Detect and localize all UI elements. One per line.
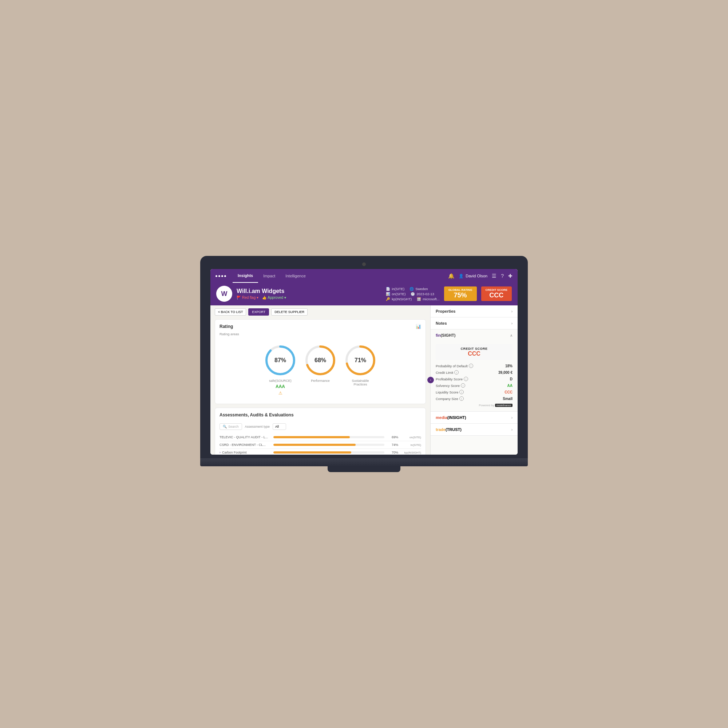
assess-bar-1 xyxy=(273,444,356,446)
modefinance-badge: modefinance xyxy=(495,404,512,407)
meta-row-2: 📊 on(SITE) 🕐 2023-02-13 xyxy=(386,292,439,296)
app-logo xyxy=(216,275,226,277)
search-input[interactable]: 🔍 Search xyxy=(219,423,242,430)
properties-title: Properties xyxy=(436,309,455,314)
media-text: media xyxy=(436,415,447,420)
file-icon: 📄 xyxy=(386,287,390,291)
assess-bar-0 xyxy=(273,436,350,438)
cs-mini-label: CREDIT SCORE xyxy=(439,347,509,350)
tab-intelligence[interactable]: Intelligence xyxy=(280,269,311,283)
finsight-header[interactable]: fin(SIGHT) ∧ xyxy=(431,329,518,341)
red-flag-badge[interactable]: 🚩 Red flag ▾ xyxy=(237,295,258,300)
meta-row-3: 🔑 kp(INSIGHT) 🪟 microsoft... xyxy=(386,297,439,301)
info-icon-0[interactable]: i xyxy=(469,364,473,368)
info-icon-1[interactable]: i xyxy=(454,370,459,375)
assess-pct-0: 69% xyxy=(387,435,398,439)
user-name: David Olson xyxy=(466,274,487,278)
finsight-chevron: ∧ xyxy=(510,333,512,337)
assessments-section: Assessments, Audits & Evaluations 🔍 Sear… xyxy=(215,408,426,455)
properties-header[interactable]: Properties › xyxy=(431,305,518,317)
insight-text: (INSIGHT) xyxy=(447,415,466,420)
notes-chevron: › xyxy=(511,321,512,326)
tab-insights[interactable]: Insights xyxy=(232,269,258,283)
rating-circle-safesource: 87% safe(SOURCE) AAA ⚠ xyxy=(264,344,297,396)
bell-icon[interactable]: 🔔 xyxy=(448,273,454,279)
notes-header[interactable]: Notes › xyxy=(431,317,518,329)
circle-sustainable-wrapper: 71% xyxy=(344,344,377,377)
trade-section[interactable]: trade(TRUST) › xyxy=(431,424,518,436)
assess-source-1: in(SITE) xyxy=(401,444,421,447)
assessment-type-label: Assessment type xyxy=(245,425,270,428)
assess-source-0: on(SITE) xyxy=(401,436,421,439)
expand-icon[interactable]: › xyxy=(219,451,220,454)
circle-performance-wrapper: 68% xyxy=(304,344,337,377)
metric-label-0: Probability of Default i xyxy=(436,364,473,368)
metric-value-2: D xyxy=(510,377,512,381)
info-icon-3[interactable]: i xyxy=(461,383,465,388)
trust-text: (TRUST) xyxy=(445,427,462,432)
metric-value-3: AA xyxy=(508,384,512,388)
cs-mini-value: CCC xyxy=(439,350,509,357)
flag-icon: 🚩 xyxy=(237,295,241,300)
tab-impact[interactable]: Impact xyxy=(258,269,280,283)
assessment-type-filter[interactable]: All xyxy=(273,423,286,430)
collapse-arrow[interactable]: › xyxy=(427,377,434,383)
user-menu[interactable]: 👤 David Olson xyxy=(459,274,487,278)
trade-chevron: › xyxy=(511,428,512,432)
supplier-avatar: W xyxy=(216,286,232,302)
metric-value-4: CCC xyxy=(505,390,512,394)
laptop-screen: Insights Impact Intelligence 🔔 👤 David O… xyxy=(210,269,518,455)
top-nav: Insights Impact Intelligence 🔔 👤 David O… xyxy=(210,269,518,283)
performance-label: Performance xyxy=(311,379,330,382)
rating-section: Rating 📊 Rating areas xyxy=(215,319,426,404)
supplier-meta: 📄 in(SITE) 🌐 Sweden 📊 on(SITE) xyxy=(386,287,439,301)
globe-icon: 🌐 xyxy=(410,287,414,291)
assess-name-1: CSRD - ENVIRONMENT - CL... xyxy=(219,443,271,447)
sight-text: (SIGHT) xyxy=(440,333,455,337)
clock-icon: 🕐 xyxy=(411,292,415,296)
help-icon[interactable]: ? xyxy=(501,273,504,279)
metric-label-2: Profitability Score i xyxy=(436,377,468,381)
metric-row-4: Liquidity Score i CCC xyxy=(436,390,512,394)
circle-sustainable-text: 71% xyxy=(355,357,366,364)
supplier-name: Will.i.am Widgets xyxy=(237,288,381,294)
main-content: < BACK TO LIST EXPORT DELETE SUPPLIER Ra… xyxy=(210,305,518,455)
assess-name-2: › Carbon Footprint xyxy=(219,451,271,454)
sustainable-pct: 71% xyxy=(355,357,366,364)
meta-sweden: 🌐 Sweden xyxy=(410,287,428,291)
menu-icon[interactable]: ☰ xyxy=(492,273,497,279)
fin-text: fin xyxy=(436,333,440,337)
supplier-badges: 🚩 Red flag ▾ 👍 Approved ▾ xyxy=(237,295,381,300)
assess-row-0: TELEVIC - QUALITY AUDIT - L... 69% on(SI… xyxy=(219,434,421,441)
back-to-list-button[interactable]: < BACK TO LIST xyxy=(215,308,246,316)
left-panel-wrapper: < BACK TO LIST EXPORT DELETE SUPPLIER Ra… xyxy=(210,305,430,455)
info-icon-4[interactable]: i xyxy=(459,390,464,394)
performance-pct: 68% xyxy=(315,357,326,364)
meta-insite: 📄 in(SITE) xyxy=(386,287,404,291)
nav-right: 🔔 👤 David Olson ☰ ? ✚ xyxy=(448,273,512,279)
approved-badge[interactable]: 👍 Approved ▾ xyxy=(262,295,286,300)
export-button[interactable]: EXPORT xyxy=(248,308,269,316)
meta-onsite: 📊 on(SITE) xyxy=(386,292,405,296)
chart-toggle-icon[interactable]: 📊 xyxy=(416,324,421,329)
properties-chevron: › xyxy=(511,309,512,314)
credit-score-header-value: CCC xyxy=(486,292,508,299)
user-icon: 👤 xyxy=(459,274,464,278)
global-rating-value: 75% xyxy=(448,292,473,299)
safesource-pct: 87% xyxy=(274,357,286,364)
thumbs-up-icon: 👍 xyxy=(262,295,266,300)
delete-supplier-button[interactable]: DELETE SUPPLIER xyxy=(271,308,307,316)
plus-icon[interactable]: ✚ xyxy=(508,273,512,279)
properties-section: Properties › xyxy=(431,305,518,317)
meta-row-1: 📄 in(SITE) 🌐 Sweden xyxy=(386,287,439,291)
info-icon-5[interactable]: i xyxy=(459,396,464,401)
media-section[interactable]: media(INSIGHT) › xyxy=(431,412,518,424)
info-icon-2[interactable]: i xyxy=(464,377,468,381)
laptop-base xyxy=(200,458,528,466)
notes-title: Notes xyxy=(436,321,447,326)
metric-label-3: Solvency Score i xyxy=(436,383,465,388)
metric-row-2: Profitability Score i D xyxy=(436,377,512,381)
assess-pct-1: 74% xyxy=(387,443,398,447)
credit-score-header-label: CREDIT SCORE xyxy=(486,288,508,292)
assess-bar-container-2 xyxy=(273,451,384,454)
